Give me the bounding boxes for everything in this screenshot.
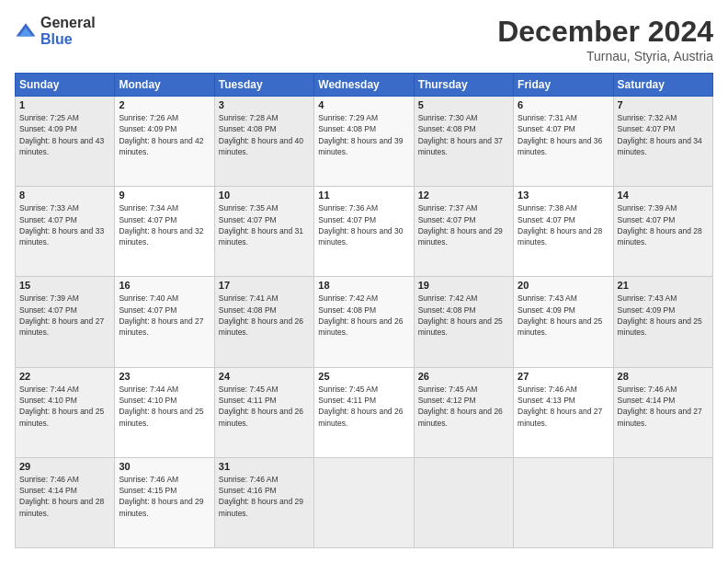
calendar-cell xyxy=(314,457,414,547)
weekday-header-monday: Monday xyxy=(115,74,214,97)
day-info: Sunrise: 7:46 AMSunset: 4:14 PMDaylight:… xyxy=(19,475,104,518)
day-number: 11 xyxy=(318,190,409,201)
calendar-cell: 21 Sunrise: 7:43 AMSunset: 4:09 PMDaylig… xyxy=(613,277,712,367)
day-number: 1 xyxy=(19,99,110,110)
day-number: 13 xyxy=(518,190,609,201)
calendar-cell: 14 Sunrise: 7:39 AMSunset: 4:07 PMDaylig… xyxy=(613,187,712,277)
calendar-cell: 26 Sunrise: 7:45 AMSunset: 4:12 PMDaylig… xyxy=(414,367,513,457)
calendar-cell: 20 Sunrise: 7:43 AMSunset: 4:09 PMDaylig… xyxy=(514,277,613,367)
calendar-week-1: 1 Sunrise: 7:25 AMSunset: 4:09 PMDayligh… xyxy=(16,97,713,187)
day-number: 3 xyxy=(219,99,310,110)
day-info: Sunrise: 7:39 AMSunset: 4:07 PMDaylight:… xyxy=(19,293,104,337)
day-number: 22 xyxy=(19,371,110,382)
day-info: Sunrise: 7:45 AMSunset: 4:12 PMDaylight:… xyxy=(418,385,503,428)
header: General Blue December 2024 Turnau, Styri… xyxy=(15,15,713,63)
day-info: Sunrise: 7:45 AMSunset: 4:11 PMDaylight:… xyxy=(318,385,403,428)
day-info: Sunrise: 7:30 AMSunset: 4:08 PMDaylight:… xyxy=(418,113,503,156)
day-number: 21 xyxy=(618,280,709,291)
day-info: Sunrise: 7:39 AMSunset: 4:07 PMDaylight:… xyxy=(618,203,702,247)
day-number: 27 xyxy=(518,371,609,382)
calendar-cell: 30 Sunrise: 7:46 AMSunset: 4:15 PMDaylig… xyxy=(115,457,214,547)
day-number: 29 xyxy=(19,461,110,472)
day-info: Sunrise: 7:43 AMSunset: 4:09 PMDaylight:… xyxy=(518,293,602,337)
day-number: 25 xyxy=(318,371,409,382)
calendar-cell: 3 Sunrise: 7:28 AMSunset: 4:08 PMDayligh… xyxy=(214,97,313,187)
day-number: 16 xyxy=(119,280,210,291)
calendar-cell: 29 Sunrise: 7:46 AMSunset: 4:14 PMDaylig… xyxy=(16,457,115,547)
calendar-cell: 13 Sunrise: 7:38 AMSunset: 4:07 PMDaylig… xyxy=(514,187,613,277)
day-info: Sunrise: 7:45 AMSunset: 4:11 PMDaylight:… xyxy=(219,385,303,428)
calendar-cell xyxy=(414,457,513,547)
logo-icon xyxy=(15,20,37,42)
month-title: December 2024 xyxy=(497,15,713,49)
day-number: 17 xyxy=(219,280,310,291)
day-number: 28 xyxy=(618,371,709,382)
calendar-cell: 1 Sunrise: 7:25 AMSunset: 4:09 PMDayligh… xyxy=(16,97,115,187)
calendar-cell: 4 Sunrise: 7:29 AMSunset: 4:08 PMDayligh… xyxy=(314,97,414,187)
day-number: 4 xyxy=(318,99,409,110)
calendar-cell: 18 Sunrise: 7:42 AMSunset: 4:08 PMDaylig… xyxy=(314,277,414,367)
calendar-cell: 17 Sunrise: 7:41 AMSunset: 4:08 PMDaylig… xyxy=(214,277,313,367)
day-number: 30 xyxy=(119,461,210,472)
day-number: 9 xyxy=(119,190,210,201)
day-number: 15 xyxy=(19,280,110,291)
day-info: Sunrise: 7:38 AMSunset: 4:07 PMDaylight:… xyxy=(518,203,602,247)
calendar-cell: 23 Sunrise: 7:44 AMSunset: 4:10 PMDaylig… xyxy=(115,367,214,457)
day-number: 2 xyxy=(119,99,210,110)
calendar-cell: 15 Sunrise: 7:39 AMSunset: 4:07 PMDaylig… xyxy=(16,277,115,367)
calendar-cell: 24 Sunrise: 7:45 AMSunset: 4:11 PMDaylig… xyxy=(214,367,313,457)
weekday-header-tuesday: Tuesday xyxy=(214,74,313,97)
day-number: 12 xyxy=(418,190,509,201)
day-number: 19 xyxy=(418,280,509,291)
day-info: Sunrise: 7:46 AMSunset: 4:15 PMDaylight:… xyxy=(119,475,203,518)
weekday-header-thursday: Thursday xyxy=(414,74,513,97)
calendar-week-3: 15 Sunrise: 7:39 AMSunset: 4:07 PMDaylig… xyxy=(16,277,713,367)
calendar-cell: 7 Sunrise: 7:32 AMSunset: 4:07 PMDayligh… xyxy=(613,97,712,187)
logo: General Blue xyxy=(15,15,96,47)
day-number: 8 xyxy=(19,190,110,201)
calendar-cell: 5 Sunrise: 7:30 AMSunset: 4:08 PMDayligh… xyxy=(414,97,513,187)
calendar-week-5: 29 Sunrise: 7:46 AMSunset: 4:14 PMDaylig… xyxy=(16,457,713,547)
day-info: Sunrise: 7:42 AMSunset: 4:08 PMDaylight:… xyxy=(418,293,503,337)
calendar-cell: 27 Sunrise: 7:46 AMSunset: 4:13 PMDaylig… xyxy=(514,367,613,457)
calendar-cell: 2 Sunrise: 7:26 AMSunset: 4:09 PMDayligh… xyxy=(115,97,214,187)
day-info: Sunrise: 7:33 AMSunset: 4:07 PMDaylight:… xyxy=(19,203,104,247)
calendar-cell: 11 Sunrise: 7:36 AMSunset: 4:07 PMDaylig… xyxy=(314,187,414,277)
calendar-cell xyxy=(613,457,712,547)
calendar-cell: 16 Sunrise: 7:40 AMSunset: 4:07 PMDaylig… xyxy=(115,277,214,367)
calendar-cell: 28 Sunrise: 7:46 AMSunset: 4:14 PMDaylig… xyxy=(613,367,712,457)
day-info: Sunrise: 7:46 AMSunset: 4:16 PMDaylight:… xyxy=(219,475,303,518)
day-number: 26 xyxy=(418,371,509,382)
day-number: 6 xyxy=(518,99,609,110)
calendar-table: SundayMondayTuesdayWednesdayThursdayFrid… xyxy=(15,73,713,548)
day-info: Sunrise: 7:43 AMSunset: 4:09 PMDaylight:… xyxy=(618,293,702,337)
weekday-header-friday: Friday xyxy=(514,74,613,97)
weekday-header-saturday: Saturday xyxy=(613,74,712,97)
day-info: Sunrise: 7:32 AMSunset: 4:07 PMDaylight:… xyxy=(618,113,702,156)
calendar-cell xyxy=(514,457,613,547)
day-info: Sunrise: 7:28 AMSunset: 4:08 PMDaylight:… xyxy=(219,113,303,156)
day-number: 14 xyxy=(618,190,709,201)
calendar-cell: 8 Sunrise: 7:33 AMSunset: 4:07 PMDayligh… xyxy=(16,187,115,277)
day-info: Sunrise: 7:25 AMSunset: 4:09 PMDaylight:… xyxy=(19,113,104,156)
calendar-cell: 6 Sunrise: 7:31 AMSunset: 4:07 PMDayligh… xyxy=(514,97,613,187)
day-number: 20 xyxy=(518,280,609,291)
calendar-cell: 31 Sunrise: 7:46 AMSunset: 4:16 PMDaylig… xyxy=(214,457,313,547)
logo-general: General xyxy=(40,15,96,31)
calendar-cell: 22 Sunrise: 7:44 AMSunset: 4:10 PMDaylig… xyxy=(16,367,115,457)
calendar-cell: 10 Sunrise: 7:35 AMSunset: 4:07 PMDaylig… xyxy=(214,187,313,277)
day-info: Sunrise: 7:46 AMSunset: 4:13 PMDaylight:… xyxy=(518,385,602,428)
day-number: 31 xyxy=(219,461,310,472)
day-info: Sunrise: 7:34 AMSunset: 4:07 PMDaylight:… xyxy=(119,203,203,247)
page: General Blue December 2024 Turnau, Styri… xyxy=(0,0,728,563)
logo-text: General Blue xyxy=(40,15,96,47)
day-info: Sunrise: 7:26 AMSunset: 4:09 PMDaylight:… xyxy=(119,113,203,156)
day-info: Sunrise: 7:46 AMSunset: 4:14 PMDaylight:… xyxy=(618,385,702,428)
day-info: Sunrise: 7:42 AMSunset: 4:08 PMDaylight:… xyxy=(318,293,403,337)
day-info: Sunrise: 7:40 AMSunset: 4:07 PMDaylight:… xyxy=(119,293,203,337)
day-number: 10 xyxy=(219,190,310,201)
title-block: December 2024 Turnau, Styria, Austria xyxy=(497,15,713,63)
logo-blue: Blue xyxy=(40,31,96,48)
calendar-week-2: 8 Sunrise: 7:33 AMSunset: 4:07 PMDayligh… xyxy=(16,187,713,277)
calendar-cell: 9 Sunrise: 7:34 AMSunset: 4:07 PMDayligh… xyxy=(115,187,214,277)
